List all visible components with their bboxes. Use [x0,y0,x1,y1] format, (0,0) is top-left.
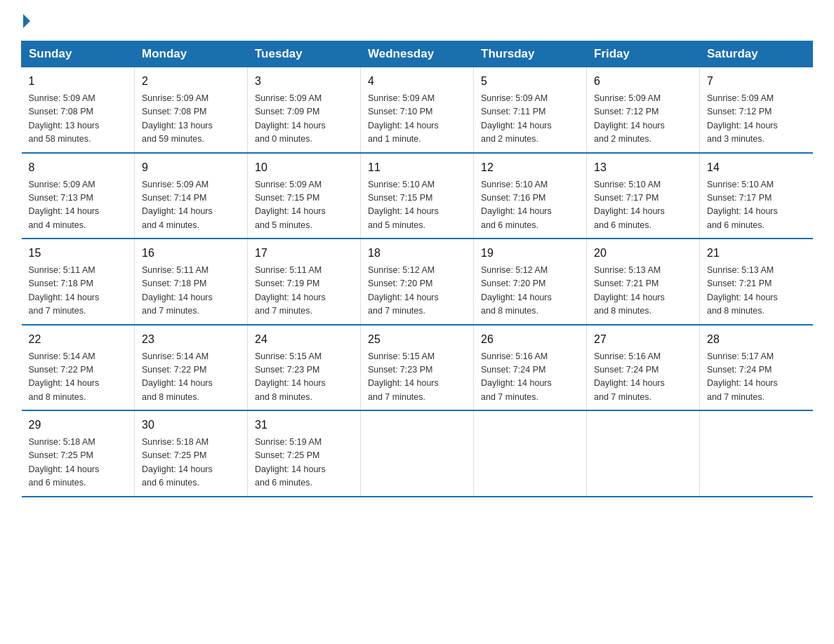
empty-cell [474,410,587,497]
day-info: Sunrise: 5:10 AM Sunset: 7:17 PM Dayligh… [707,178,806,233]
calendar-day-cell: 15Sunrise: 5:11 AM Sunset: 7:18 PM Dayli… [22,239,135,325]
day-info: Sunrise: 5:09 AM Sunset: 7:14 PM Dayligh… [142,178,240,233]
weekday-header-row: SundayMondayTuesdayWednesdayThursdayFrid… [22,41,813,67]
day-number: 17 [255,245,353,262]
calendar-day-cell: 13Sunrise: 5:10 AM Sunset: 7:17 PM Dayli… [587,153,700,239]
weekday-header-thursday: Thursday [474,41,587,67]
day-info: Sunrise: 5:13 AM Sunset: 7:21 PM Dayligh… [707,264,806,318]
day-info: Sunrise: 5:09 AM Sunset: 7:09 PM Dayligh… [255,92,353,147]
day-number: 2 [142,73,240,90]
calendar-day-cell: 3Sunrise: 5:09 AM Sunset: 7:09 PM Daylig… [248,67,361,153]
calendar-week-row: 15Sunrise: 5:11 AM Sunset: 7:18 PM Dayli… [22,239,813,325]
day-info: Sunrise: 5:14 AM Sunset: 7:22 PM Dayligh… [29,350,128,405]
day-info: Sunrise: 5:09 AM Sunset: 7:08 PM Dayligh… [29,92,128,147]
calendar-day-cell: 6Sunrise: 5:09 AM Sunset: 7:12 PM Daylig… [587,67,700,153]
day-number: 13 [594,159,692,176]
day-number: 7 [707,73,806,90]
calendar-day-cell: 29Sunrise: 5:18 AM Sunset: 7:25 PM Dayli… [22,410,135,497]
day-number: 26 [481,331,579,348]
day-number: 11 [368,159,466,176]
day-number: 19 [481,245,579,262]
day-info: Sunrise: 5:14 AM Sunset: 7:22 PM Dayligh… [142,350,240,405]
day-info: Sunrise: 5:10 AM Sunset: 7:16 PM Dayligh… [481,178,579,233]
day-number: 12 [481,159,579,176]
calendar-day-cell: 18Sunrise: 5:12 AM Sunset: 7:20 PM Dayli… [361,239,474,325]
calendar-day-cell: 31Sunrise: 5:19 AM Sunset: 7:25 PM Dayli… [248,410,361,497]
day-number: 24 [255,331,353,348]
day-number: 9 [142,159,240,176]
day-info: Sunrise: 5:09 AM Sunset: 7:08 PM Dayligh… [142,92,240,147]
day-info: Sunrise: 5:12 AM Sunset: 7:20 PM Dayligh… [481,264,579,318]
day-number: 14 [707,159,806,176]
day-info: Sunrise: 5:18 AM Sunset: 7:25 PM Dayligh… [29,436,128,490]
calendar-week-row: 8Sunrise: 5:09 AM Sunset: 7:13 PM Daylig… [22,153,813,239]
day-number: 18 [368,245,466,262]
day-number: 21 [707,245,806,262]
day-number: 30 [142,417,240,434]
calendar-day-cell: 19Sunrise: 5:12 AM Sunset: 7:20 PM Dayli… [474,239,587,325]
day-info: Sunrise: 5:09 AM Sunset: 7:15 PM Dayligh… [255,178,353,233]
logo-arrow-icon [23,14,30,28]
calendar-day-cell: 23Sunrise: 5:14 AM Sunset: 7:22 PM Dayli… [135,325,248,411]
calendar-day-cell: 22Sunrise: 5:14 AM Sunset: 7:22 PM Dayli… [22,325,135,411]
day-info: Sunrise: 5:11 AM Sunset: 7:18 PM Dayligh… [142,264,240,318]
day-number: 28 [707,331,806,348]
calendar-table: SundayMondayTuesdayWednesdayThursdayFrid… [21,41,813,497]
day-number: 4 [368,73,466,90]
calendar-week-row: 29Sunrise: 5:18 AM Sunset: 7:25 PM Dayli… [22,410,813,497]
weekday-header-friday: Friday [587,41,700,67]
day-number: 20 [594,245,692,262]
day-number: 22 [29,331,128,348]
calendar-day-cell: 7Sunrise: 5:09 AM Sunset: 7:12 PM Daylig… [700,67,813,153]
calendar-day-cell: 24Sunrise: 5:15 AM Sunset: 7:23 PM Dayli… [248,325,361,411]
logo [21,14,31,28]
calendar-day-cell: 28Sunrise: 5:17 AM Sunset: 7:24 PM Dayli… [700,325,813,411]
calendar-day-cell: 27Sunrise: 5:16 AM Sunset: 7:24 PM Dayli… [587,325,700,411]
calendar-day-cell: 1Sunrise: 5:09 AM Sunset: 7:08 PM Daylig… [22,67,135,153]
calendar-day-cell: 17Sunrise: 5:11 AM Sunset: 7:19 PM Dayli… [248,239,361,325]
day-number: 27 [594,331,692,348]
calendar-day-cell: 11Sunrise: 5:10 AM Sunset: 7:15 PM Dayli… [361,153,474,239]
day-info: Sunrise: 5:11 AM Sunset: 7:19 PM Dayligh… [255,264,353,318]
day-info: Sunrise: 5:11 AM Sunset: 7:18 PM Dayligh… [29,264,128,318]
day-number: 25 [368,331,466,348]
day-info: Sunrise: 5:09 AM Sunset: 7:13 PM Dayligh… [29,178,128,233]
day-info: Sunrise: 5:16 AM Sunset: 7:24 PM Dayligh… [594,350,692,405]
day-number: 10 [255,159,353,176]
calendar-day-cell: 8Sunrise: 5:09 AM Sunset: 7:13 PM Daylig… [22,153,135,239]
calendar-day-cell: 16Sunrise: 5:11 AM Sunset: 7:18 PM Dayli… [135,239,248,325]
day-info: Sunrise: 5:09 AM Sunset: 7:11 PM Dayligh… [481,92,579,147]
calendar-day-cell: 10Sunrise: 5:09 AM Sunset: 7:15 PM Dayli… [248,153,361,239]
calendar-day-cell: 2Sunrise: 5:09 AM Sunset: 7:08 PM Daylig… [135,67,248,153]
calendar-day-cell: 30Sunrise: 5:18 AM Sunset: 7:25 PM Dayli… [135,410,248,497]
weekday-header-sunday: Sunday [22,41,135,67]
calendar-day-cell: 21Sunrise: 5:13 AM Sunset: 7:21 PM Dayli… [700,239,813,325]
empty-cell [361,410,474,497]
calendar-week-row: 22Sunrise: 5:14 AM Sunset: 7:22 PM Dayli… [22,325,813,411]
calendar-day-cell: 20Sunrise: 5:13 AM Sunset: 7:21 PM Dayli… [587,239,700,325]
day-info: Sunrise: 5:16 AM Sunset: 7:24 PM Dayligh… [481,350,579,405]
calendar-day-cell: 25Sunrise: 5:15 AM Sunset: 7:23 PM Dayli… [361,325,474,411]
day-number: 16 [142,245,240,262]
day-info: Sunrise: 5:13 AM Sunset: 7:21 PM Dayligh… [594,264,692,318]
empty-cell [700,410,813,497]
weekday-header-tuesday: Tuesday [248,41,361,67]
day-info: Sunrise: 5:18 AM Sunset: 7:25 PM Dayligh… [142,436,240,490]
day-info: Sunrise: 5:19 AM Sunset: 7:25 PM Dayligh… [255,436,353,490]
calendar-day-cell: 12Sunrise: 5:10 AM Sunset: 7:16 PM Dayli… [474,153,587,239]
calendar-day-cell: 9Sunrise: 5:09 AM Sunset: 7:14 PM Daylig… [135,153,248,239]
calendar-day-cell: 5Sunrise: 5:09 AM Sunset: 7:11 PM Daylig… [474,67,587,153]
day-info: Sunrise: 5:15 AM Sunset: 7:23 PM Dayligh… [368,350,466,405]
day-info: Sunrise: 5:09 AM Sunset: 7:12 PM Dayligh… [594,92,692,147]
day-number: 5 [481,73,579,90]
day-number: 6 [594,73,692,90]
day-info: Sunrise: 5:10 AM Sunset: 7:15 PM Dayligh… [368,178,466,233]
calendar-day-cell: 14Sunrise: 5:10 AM Sunset: 7:17 PM Dayli… [700,153,813,239]
day-info: Sunrise: 5:10 AM Sunset: 7:17 PM Dayligh… [594,178,692,233]
day-info: Sunrise: 5:09 AM Sunset: 7:12 PM Dayligh… [707,92,806,147]
weekday-header-wednesday: Wednesday [361,41,474,67]
day-number: 3 [255,73,353,90]
day-number: 29 [29,417,128,434]
weekday-header-monday: Monday [135,41,248,67]
calendar-day-cell: 4Sunrise: 5:09 AM Sunset: 7:10 PM Daylig… [361,67,474,153]
